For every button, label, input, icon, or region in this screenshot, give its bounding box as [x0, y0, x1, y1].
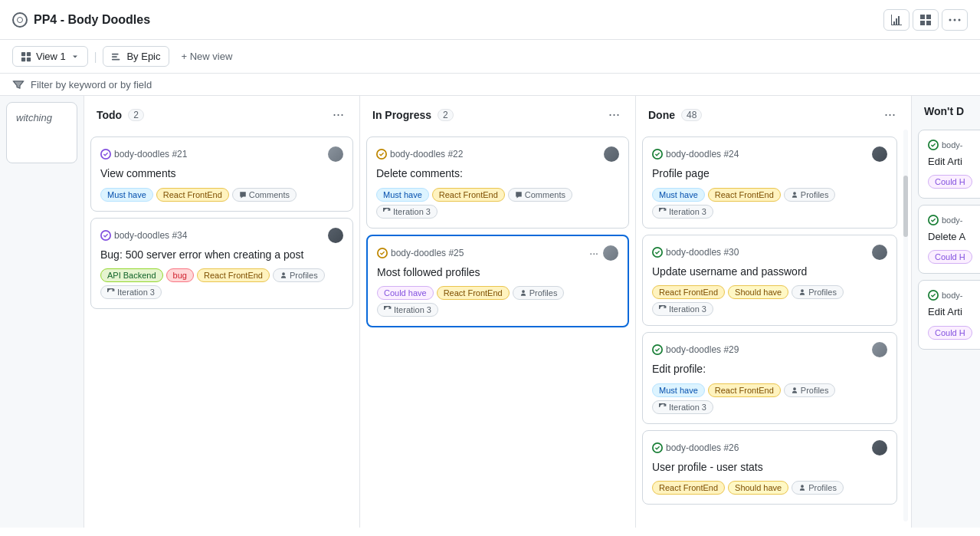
wontdo-card-1-title: Edit Arti — [928, 155, 980, 169]
tag-must-have-22[interactable]: Must have — [376, 188, 429, 202]
status-inprogress-icon-22 — [376, 149, 387, 159]
card-21-issue: body-doodles #21 — [100, 149, 187, 159]
wontdo-card-3[interactable]: body- Edit Arti Could H — [918, 280, 980, 349]
card-30[interactable]: body-doodles #30 Update username and pas… — [642, 235, 897, 327]
card-24[interactable]: body-doodles #24 Profile page Must have … — [642, 136, 897, 229]
new-view-button[interactable]: + New view — [175, 47, 239, 66]
partial-card[interactable]: witching — [6, 102, 77, 163]
card-21[interactable]: body-doodles #21 View comments Must have… — [90, 136, 353, 212]
wontdo-column-header: Won't D — [912, 96, 980, 123]
card-22-issue-text: body-doodles #22 — [390, 149, 463, 159]
status-todo-icon-34 — [100, 230, 111, 241]
todo-column-header: Todo 2 ··· — [84, 96, 359, 130]
tag-profiles-26[interactable]: Profiles — [792, 481, 844, 495]
tag-iteration-25[interactable]: Iteration 3 — [377, 303, 438, 317]
tag-must-have-24[interactable]: Must have — [652, 188, 705, 202]
toolbar-divider: | — [94, 51, 97, 63]
tag-react-26[interactable]: React FrontEnd — [652, 481, 725, 495]
inprogress-column-menu[interactable]: ··· — [605, 105, 623, 124]
card-29[interactable]: body-doodles #29 Edit profile: Must have… — [642, 332, 897, 424]
todo-column-count: 2 — [128, 109, 144, 121]
inprogress-column-title: In Progress — [372, 109, 431, 121]
tag-react-25[interactable]: React FrontEnd — [437, 286, 510, 300]
card-34-tags: API Backend bug React FrontEnd Profiles … — [100, 268, 343, 299]
tag-react-24[interactable]: React FrontEnd — [708, 188, 781, 202]
card-34[interactable]: body-doodles #34 Bug: 500 server error w… — [90, 218, 353, 310]
profiles-icon-30 — [798, 288, 806, 296]
done-column-menu[interactable]: ··· — [881, 105, 899, 124]
filter-placeholder[interactable]: Filter by keyword or by field — [31, 79, 152, 90]
done-scrollbar-track[interactable] — [903, 130, 908, 521]
tag-comments-22[interactable]: Comments — [508, 188, 572, 202]
tag-should-have-30[interactable]: Should have — [728, 285, 788, 299]
tag-react-frontend[interactable]: React FrontEnd — [156, 188, 229, 202]
card-24-title: Profile page — [652, 166, 887, 182]
table-icon — [21, 51, 31, 62]
tag-profiles-25[interactable]: Profiles — [513, 286, 565, 300]
tag-profiles-29[interactable]: Profiles — [784, 383, 836, 397]
card-22-tags: Must have React FrontEnd Comments Iterat… — [376, 188, 619, 219]
svg-rect-7 — [112, 53, 119, 54]
chevron-down-icon — [70, 52, 80, 61]
tag-profiles-30[interactable]: Profiles — [792, 285, 844, 299]
card-21-avatar — [328, 146, 343, 162]
done-column-count: 48 — [681, 109, 702, 121]
card-26-issue-text: body-doodles #26 — [666, 442, 739, 453]
chart-icon — [890, 14, 903, 26]
wontdo-column-body: body- Edit Arti Could H body- — [912, 123, 980, 528]
card-26[interactable]: body-doodles #26 User profile - user sta… — [642, 430, 897, 505]
todo-column-menu[interactable]: ··· — [329, 105, 347, 124]
status-done-icon-30 — [652, 247, 663, 258]
tag-should-have-26[interactable]: Should have — [728, 481, 788, 495]
card-25[interactable]: body-doodles #25 ··· Most followed profi… — [366, 235, 629, 328]
chart-button[interactable] — [883, 9, 910, 31]
done-scrollbar-thumb[interactable] — [903, 176, 908, 237]
tag-could-h-2[interactable]: Could H — [928, 250, 972, 264]
more-options-button[interactable] — [942, 9, 968, 31]
tag-react-30[interactable]: React FrontEnd — [652, 285, 725, 299]
app-logo — [12, 12, 28, 28]
tag-iteration-24[interactable]: Iteration 3 — [652, 205, 713, 219]
tag-react-frontend-34[interactable]: React FrontEnd — [197, 268, 270, 282]
tag-must-have-29[interactable]: Must have — [652, 383, 705, 397]
tag-bug[interactable]: bug — [166, 268, 194, 282]
wontdo-card-1[interactable]: body- Edit Arti Could H — [918, 130, 980, 199]
grid-button[interactable] — [913, 9, 939, 31]
tag-must-have[interactable]: Must have — [100, 188, 153, 202]
tag-could-have-25[interactable]: Could have — [377, 286, 434, 300]
wontdo-card-1-issue-text: body- — [942, 140, 963, 150]
done-column-body: body-doodles #24 Profile page Must have … — [636, 130, 911, 528]
done-title-wrap: Done 48 — [648, 109, 702, 121]
card-34-title: Bug: 500 server error when creating a po… — [100, 248, 343, 263]
tag-comments[interactable]: Comments — [232, 188, 297, 202]
tag-could-h-1[interactable]: Could H — [928, 175, 972, 189]
tag-iteration-30[interactable]: Iteration 3 — [652, 302, 713, 316]
profiles-icon-26 — [798, 484, 806, 492]
tag-iteration-22[interactable]: Iteration 3 — [376, 205, 438, 219]
tag-iteration-29[interactable]: Iteration 3 — [652, 400, 713, 414]
tag-profiles-24[interactable]: Profiles — [784, 188, 836, 202]
card-30-header: body-doodles #30 — [652, 245, 887, 260]
card-25-more-btn[interactable]: ··· — [589, 247, 598, 259]
done-column-header: Done 48 ··· — [636, 96, 911, 130]
iteration-tag-icon — [107, 288, 115, 296]
tag-react-29[interactable]: React FrontEnd — [708, 383, 781, 397]
view1-tab[interactable]: View 1 — [12, 46, 88, 67]
tag-api-backend[interactable]: API Backend — [100, 268, 163, 282]
tag-could-h-3[interactable]: Could H — [928, 326, 972, 340]
card-30-issue-text: body-doodles #30 — [666, 247, 739, 258]
tag-react-22[interactable]: React FrontEnd — [432, 188, 505, 202]
done-column-title: Done — [648, 109, 675, 121]
status-wontdo-icon-3 — [928, 290, 939, 301]
svg-rect-4 — [27, 51, 31, 55]
wontdo-card-3-title: Edit Arti — [928, 305, 980, 319]
roadmap-icon — [111, 51, 122, 62]
by-epic-tab[interactable]: By Epic — [103, 46, 169, 67]
card-30-issue: body-doodles #30 — [652, 247, 739, 258]
svg-rect-8 — [112, 56, 117, 58]
wontdo-card-2[interactable]: body- Delete A Could H — [918, 205, 980, 274]
tag-profiles-34[interactable]: Profiles — [273, 268, 325, 282]
tag-iteration-34[interactable]: Iteration 3 — [100, 285, 162, 299]
status-done-icon-24 — [652, 149, 663, 159]
card-22[interactable]: body-doodles #22 Delete comments: Must h… — [366, 136, 629, 229]
